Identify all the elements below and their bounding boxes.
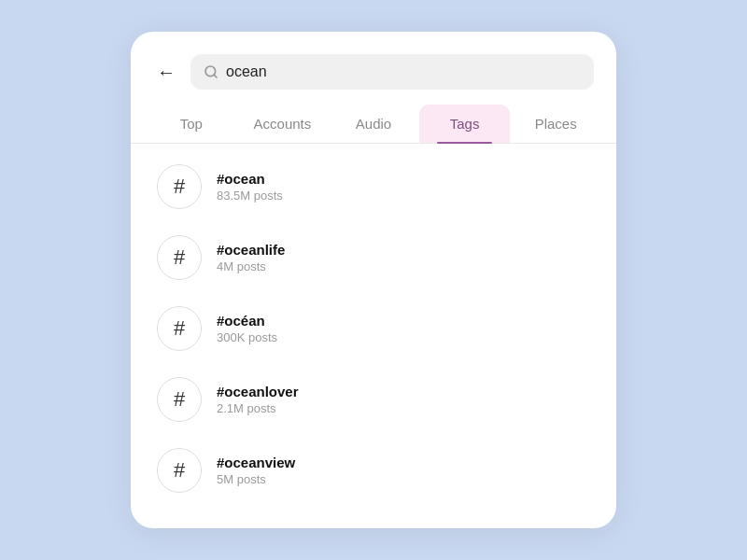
back-button[interactable]: ←: [153, 58, 179, 87]
list-item[interactable]: # #ocean 83.5M posts: [131, 151, 616, 222]
hashtag-icon: #: [157, 448, 202, 493]
result-tag: #océan: [217, 313, 277, 329]
result-tag: #oceanlife: [217, 242, 285, 258]
hashtag-icon: #: [157, 164, 202, 209]
search-card: ← Top Accounts Audio Tags Places # #ocea…: [131, 32, 616, 528]
tab-tags[interactable]: Tags: [419, 105, 511, 143]
search-icon: [204, 64, 218, 79]
result-count: 4M posts: [217, 259, 285, 273]
list-item[interactable]: # #oceanlover 2.1M posts: [131, 364, 616, 435]
search-input[interactable]: [226, 63, 581, 80]
list-item[interactable]: # #oceanlife 4M posts: [131, 222, 616, 293]
result-count: 300K posts: [217, 330, 277, 344]
tab-top[interactable]: Top: [146, 105, 237, 143]
hashtag-icon: #: [157, 235, 202, 280]
result-count: 83.5M posts: [217, 189, 283, 203]
tab-accounts[interactable]: Accounts: [237, 105, 329, 143]
tabs-bar: Top Accounts Audio Tags Places: [131, 105, 616, 144]
hashtag-icon: #: [157, 306, 202, 351]
result-tag: #oceanview: [217, 455, 295, 470]
list-item[interactable]: # #oceanview 5M posts: [131, 435, 616, 506]
result-tag: #oceanlover: [217, 384, 299, 399]
result-text: #oceanlife 4M posts: [217, 242, 285, 273]
result-text: #ocean 83.5M posts: [217, 171, 283, 203]
result-count: 2.1M posts: [217, 401, 299, 415]
results-list: # #ocean 83.5M posts # #oceanlife 4M pos…: [131, 144, 616, 513]
result-count: 5M posts: [217, 472, 295, 486]
result-text: #oceanview 5M posts: [217, 455, 295, 486]
svg-line-1: [214, 75, 217, 77]
result-tag: #ocean: [217, 171, 283, 187]
result-text: #oceanlover 2.1M posts: [217, 384, 299, 415]
result-text: #océan 300K posts: [217, 313, 277, 344]
list-item[interactable]: # #océan 300K posts: [131, 293, 616, 364]
top-bar: ←: [131, 54, 616, 105]
hashtag-icon: #: [157, 377, 202, 422]
tab-places[interactable]: Places: [510, 105, 601, 143]
back-arrow-icon: ←: [157, 62, 176, 83]
tab-audio[interactable]: Audio: [328, 105, 419, 143]
search-bar: [190, 54, 594, 90]
